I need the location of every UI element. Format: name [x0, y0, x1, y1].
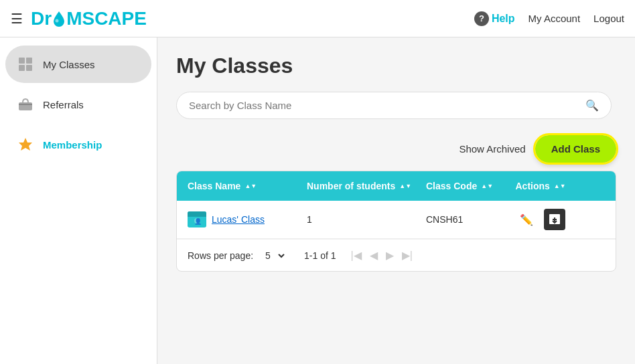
action-icons: ✏️ [516, 209, 606, 230]
header-nav: ? Help My Account Logout [474, 11, 624, 26]
archive-button[interactable] [544, 209, 565, 230]
show-archived-label[interactable]: Show Archived [459, 143, 525, 155]
th-actions: Actions ▲▼ [516, 181, 606, 191]
pagination: Rows per page: 5 10 25 1-1 of 1 |◀ ◀ ▶ ▶… [177, 239, 616, 271]
sidebar-item-membership[interactable]: Membership [5, 126, 151, 163]
star-icon [16, 135, 35, 154]
class-link[interactable]: 👤 Lucas' Class [188, 211, 307, 227]
svg-marker-7 [19, 138, 32, 151]
search-icon: 🔍 [585, 99, 599, 112]
edit-button[interactable]: ✏️ [516, 209, 537, 230]
td-num-students: 1 [307, 214, 426, 225]
sidebar-item-referrals[interactable]: Referrals [5, 86, 151, 123]
sidebar: My Classes Referrals Membership [0, 37, 157, 364]
logo-drop-icon [52, 10, 66, 27]
search-input[interactable] [189, 100, 585, 111]
sort-arrows-class-code[interactable]: ▲▼ [481, 183, 493, 189]
add-class-button[interactable]: Add Class [535, 135, 616, 163]
table-controls: Show Archived Add Class [176, 135, 616, 163]
svg-rect-5 [19, 102, 32, 110]
search-bar: 🔍 [176, 92, 612, 119]
sort-arrows-class-name[interactable]: ▲▼ [244, 183, 257, 189]
rows-per-page-label: Rows per page: [188, 250, 253, 261]
sidebar-label-referrals: Referrals [43, 99, 84, 110]
page-range: 1-1 of 1 [304, 250, 336, 261]
help-label: Help [492, 13, 515, 25]
svg-point-0 [56, 19, 59, 22]
classes-table: Class Name ▲▼ Number of students ▲▼ Clas… [176, 171, 616, 272]
last-page-button[interactable]: ▶| [399, 248, 415, 263]
td-actions: ✏️ [516, 209, 606, 230]
class-name-value: Lucas' Class [212, 214, 265, 225]
sidebar-label-membership: Membership [43, 139, 102, 151]
help-icon: ? [474, 11, 489, 26]
referrals-icon [16, 95, 35, 114]
svg-rect-1 [19, 58, 25, 64]
svg-rect-9 [188, 212, 196, 217]
rows-per-page-select[interactable]: 5 10 25 [263, 250, 287, 262]
svg-rect-4 [26, 65, 32, 71]
logout-link[interactable]: Logout [593, 13, 624, 24]
table-header: Class Name ▲▼ Number of students ▲▼ Clas… [177, 171, 616, 201]
menu-icon[interactable]: ☰ [11, 11, 23, 27]
grid-icon [16, 55, 35, 74]
page-title: My Classes [176, 54, 616, 78]
th-num-students: Number of students ▲▼ [307, 181, 426, 191]
th-class-name: Class Name ▲▼ [188, 181, 307, 191]
logo: Dr MSCAPE [31, 8, 147, 29]
svg-rect-13 [549, 214, 560, 217]
svg-text:👤: 👤 [194, 217, 202, 225]
table-body: 👤 Lucas' Class 1 CNSH61 ✏️ [177, 201, 616, 239]
help-link[interactable]: ? Help [474, 11, 515, 26]
next-page-button[interactable]: ▶ [383, 248, 397, 263]
logo-text: Dr [31, 8, 52, 29]
logo-text2: MSCAPE [66, 8, 147, 29]
svg-rect-3 [19, 65, 25, 71]
table-row: 👤 Lucas' Class 1 CNSH61 ✏️ [177, 201, 616, 239]
header: ☰ Dr MSCAPE ? Help My Account Logout [0, 0, 635, 37]
prev-page-button[interactable]: ◀ [367, 248, 380, 263]
sort-arrows-num-students[interactable]: ▲▼ [399, 183, 411, 189]
page-nav: |◀ ◀ ▶ ▶| [348, 248, 415, 263]
svg-rect-2 [26, 58, 32, 64]
first-page-button[interactable]: |◀ [348, 248, 364, 263]
main-content: My Classes 🔍 Show Archived Add Class Cla… [157, 37, 635, 364]
td-class-name: 👤 Lucas' Class [188, 211, 307, 227]
my-account-link[interactable]: My Account [528, 13, 581, 24]
sidebar-item-my-classes[interactable]: My Classes [5, 46, 151, 83]
th-class-code: Class Code ▲▼ [426, 181, 516, 191]
layout: My Classes Referrals Membership My Class… [0, 37, 635, 364]
class-folder-icon: 👤 [188, 211, 206, 227]
td-class-code: CNSH61 [426, 214, 516, 225]
svg-rect-6 [19, 104, 32, 105]
sort-arrows-actions[interactable]: ▲▼ [554, 183, 566, 189]
sidebar-label-my-classes: My Classes [43, 59, 95, 70]
